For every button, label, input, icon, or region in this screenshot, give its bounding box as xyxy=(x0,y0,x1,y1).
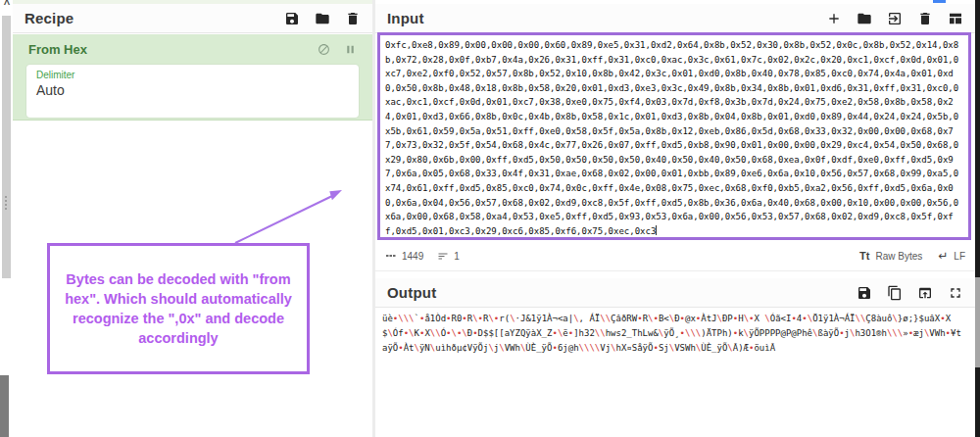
recipe-header: Recipe xyxy=(13,4,372,33)
char-count: 1449 xyxy=(402,251,423,262)
panel-divider[interactable] xyxy=(372,0,375,437)
text-caret xyxy=(656,225,657,235)
line-count: 1 xyxy=(454,251,460,262)
replace-input-icon[interactable] xyxy=(917,285,933,301)
eol-return-icon[interactable]: ↵ xyxy=(938,249,948,263)
annotation-box: Bytes can be decoded with "from hex". Wh… xyxy=(47,243,310,374)
recipe-title: Recipe xyxy=(24,10,74,26)
browser-fragment xyxy=(933,0,946,3)
operations-rail: ^ xyxy=(0,0,13,437)
load-recipe-folder-icon[interactable] xyxy=(315,11,330,26)
open-file-icon[interactable] xyxy=(887,11,903,26)
annotation-text: Bytes can be decoded with "from hex". Wh… xyxy=(60,269,297,348)
maximise-output-icon[interactable] xyxy=(948,285,963,301)
operation-name: From Hex xyxy=(28,42,87,57)
add-input-plus-icon[interactable] xyxy=(826,11,842,26)
right-scrollbar-track xyxy=(975,277,980,367)
delimiter-label: Delimiter xyxy=(36,70,349,80)
input-footer: 1449 1 Tt Raw Bytes ↵ LF xyxy=(375,241,975,270)
io-splitter[interactable]: ········ xyxy=(375,270,975,278)
breakpoint-pause-icon[interactable] xyxy=(344,43,357,56)
collapse-chevron-icon[interactable]: ^ xyxy=(1,0,13,12)
rail-drag-handle-icon[interactable] xyxy=(5,196,7,198)
clear-recipe-trash-icon[interactable] xyxy=(345,11,361,26)
line-count-icon xyxy=(437,250,449,262)
operation-from-hex[interactable]: From Hex Delimiter Auto xyxy=(13,34,372,121)
eol-value[interactable]: LF xyxy=(954,251,965,262)
copy-output-icon[interactable] xyxy=(887,285,903,301)
encoding-value[interactable]: Raw Bytes xyxy=(875,251,922,262)
delimiter-value[interactable]: Auto xyxy=(36,82,349,98)
open-folder-icon[interactable] xyxy=(857,11,872,26)
input-text: 0xfc,0xe8,0x89,0x00,0x00,0x00,0x60,0x89,… xyxy=(385,40,958,236)
save-output-icon[interactable] xyxy=(857,285,872,301)
input-title: Input xyxy=(387,10,424,26)
delimiter-select[interactable]: Delimiter Auto xyxy=(26,65,359,118)
output-header: Output xyxy=(375,278,975,308)
right-scrollbar[interactable] xyxy=(975,0,980,437)
disable-operation-icon[interactable] xyxy=(318,43,330,56)
input-header: Input xyxy=(375,4,975,33)
maximise-input-layout-icon[interactable] xyxy=(948,11,963,26)
output-title: Output xyxy=(387,284,436,301)
rail-bottom-block xyxy=(0,375,9,437)
input-textarea[interactable]: 0xfc,0xe8,0x89,0x00,0x00,0x00,0x60,0x89,… xyxy=(377,32,971,240)
rail-scrollbar[interactable] xyxy=(2,16,11,278)
char-count-icon xyxy=(385,250,397,262)
character-encoding-icon[interactable]: Tt xyxy=(859,250,869,262)
save-recipe-icon[interactable] xyxy=(284,11,300,26)
output-text: üè•\\\`•å1Òd•R0•R\•R\•r(\·J&1ÿ1À¬<a|\, Á… xyxy=(377,310,971,433)
clear-io-trash-icon[interactable] xyxy=(917,11,933,26)
